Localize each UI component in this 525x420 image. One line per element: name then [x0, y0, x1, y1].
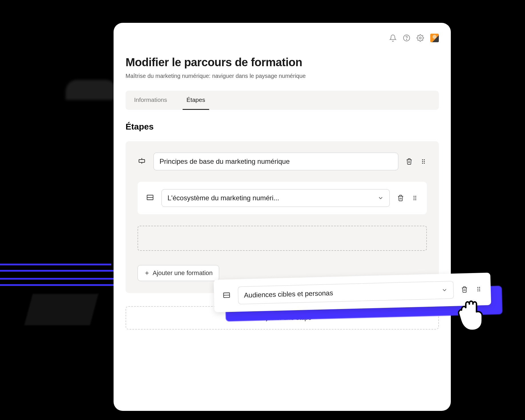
svg-point-23 [415, 199, 416, 200]
drag-handle-icon[interactable] [420, 158, 427, 165]
svg-point-8 [422, 159, 423, 160]
svg-point-2 [419, 37, 421, 39]
course-select[interactable]: L'écosystème du marketing numéri... [161, 189, 390, 207]
decorative-stripe [0, 266, 114, 268]
chevron-down-icon [441, 287, 448, 293]
edit-learning-path-modal: Modifier le parcours de formation Maîtri… [114, 23, 451, 411]
settings-icon[interactable] [417, 34, 424, 42]
svg-point-11 [424, 161, 425, 162]
svg-point-10 [422, 161, 423, 162]
section-title: Étapes [126, 122, 439, 132]
drag-handle-icon[interactable] [411, 195, 418, 201]
milestone-icon [138, 157, 146, 166]
svg-point-22 [413, 199, 415, 200]
svg-point-19 [415, 196, 416, 197]
decorative-stripe [0, 278, 114, 280]
user-avatar[interactable] [430, 34, 439, 42]
steps-container: L'écosystème du marketing numéri... Ajou… [126, 141, 439, 293]
tabs: Informations Étapes [126, 91, 439, 110]
svg-point-13 [424, 163, 425, 164]
plus-icon [144, 270, 150, 276]
course-icon [223, 291, 231, 300]
step-row [138, 153, 427, 170]
decorative-stripe [0, 281, 114, 282]
add-course-label: Ajouter une formation [153, 269, 213, 277]
decorative-stripe [0, 264, 111, 265]
svg-point-20 [413, 197, 415, 199]
add-course-button[interactable]: Ajouter une formation [138, 265, 219, 281]
svg-point-12 [422, 163, 423, 164]
grab-cursor-illustration [451, 290, 494, 334]
step-name-input[interactable] [154, 153, 398, 170]
tab-etapes[interactable]: Étapes [183, 91, 209, 110]
svg-point-18 [413, 196, 415, 197]
chevron-down-icon [377, 195, 384, 201]
decorative-stripe [0, 270, 114, 272]
svg-point-34 [477, 289, 478, 290]
page-subtitle: Maîtrise du marketing numérique: navigue… [126, 73, 439, 79]
course-select-value: L'écosystème du marketing numéri... [167, 194, 279, 202]
decorative-blur [24, 294, 98, 325]
svg-line-29 [224, 295, 230, 295]
svg-point-33 [479, 287, 480, 288]
decorative-blur [66, 80, 117, 100]
decorative-stripe [0, 284, 114, 286]
delete-step-icon[interactable] [406, 158, 413, 165]
notifications-icon[interactable] [389, 34, 397, 42]
svg-point-35 [479, 288, 480, 290]
page-title: Modifier le parcours de formation [126, 56, 439, 69]
svg-rect-3 [139, 159, 145, 162]
help-icon[interactable] [403, 34, 410, 42]
top-toolbar [126, 31, 439, 49]
tab-informations[interactable]: Informations [130, 91, 171, 110]
drop-zone[interactable] [138, 226, 427, 251]
svg-point-9 [424, 159, 425, 160]
delete-course-icon[interactable] [397, 195, 404, 201]
svg-point-21 [415, 197, 416, 199]
course-select[interactable]: Audiences cibles et personas [238, 281, 454, 304]
course-icon [146, 193, 154, 203]
svg-point-32 [477, 287, 478, 288]
decorative-stripe [0, 273, 106, 276]
course-select-value: Audiences cibles et personas [244, 289, 333, 299]
svg-point-1 [406, 39, 407, 40]
course-row: L'écosystème du marketing numéri... [138, 182, 427, 214]
